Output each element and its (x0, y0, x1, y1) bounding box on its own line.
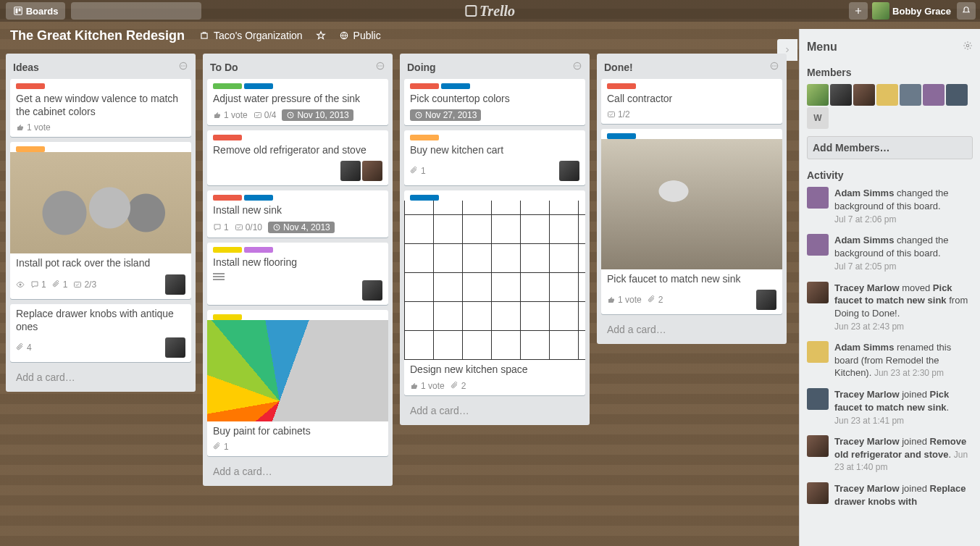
boards-icon (13, 6, 23, 16)
list-menu[interactable] (769, 61, 779, 73)
card-title: Install pot rack over the island (10, 253, 191, 271)
label-orange[interactable] (16, 146, 45, 152)
add-card[interactable]: Add a card… (207, 461, 388, 482)
user-avatar[interactable] (872, 2, 889, 20)
list: To Do Adjust water pressure of the sink … (203, 54, 393, 486)
activity-avatar[interactable] (807, 282, 829, 303)
add-card[interactable]: Add a card… (601, 319, 782, 340)
list-menu[interactable] (572, 61, 582, 73)
label-red[interactable] (213, 195, 242, 201)
star-board[interactable] (316, 30, 326, 41)
card[interactable]: Remove old refrigerator and stove (207, 130, 388, 185)
board-title[interactable]: The Great Kitchen Redesign (10, 28, 185, 43)
add-card[interactable]: Add a card… (10, 367, 191, 387)
card-labels (601, 79, 782, 89)
list-title[interactable]: Done! (604, 62, 769, 73)
trello-logo[interactable]: Trello (465, 3, 515, 20)
member-avatar[interactable] (807, 84, 829, 106)
list-title[interactable]: Ideas (13, 62, 178, 73)
activity-item: Tracey Marlow joined Replace drawer knob… (807, 482, 973, 508)
label-red[interactable] (16, 83, 45, 89)
card[interactable]: Install new sink 10/10Nov 4, 2013 (207, 190, 388, 237)
activity-text: Tracey Marlow joined Pick faucet to matc… (834, 388, 973, 427)
card-badges: 1 vote (10, 119, 191, 137)
search-input[interactable] (71, 2, 201, 20)
label-red[interactable] (410, 83, 439, 89)
member-avatar[interactable] (946, 84, 968, 106)
visibility-button[interactable]: Public (339, 30, 381, 41)
create-button[interactable] (849, 2, 868, 20)
label-orange[interactable] (410, 135, 439, 140)
label-purple[interactable] (244, 247, 273, 253)
card[interactable]: Install new flooring (207, 243, 388, 305)
label-blue[interactable] (244, 83, 273, 89)
sidebar-menu: Menu Members W Add Members… Activity Ada… (799, 29, 980, 546)
card-title: Adjust water pressure of the sink (207, 89, 388, 106)
list-title[interactable]: To Do (210, 62, 375, 73)
card[interactable]: Buy paint for cabinets 1 (207, 310, 388, 456)
label-green[interactable] (213, 83, 242, 89)
list-menu[interactable] (178, 61, 188, 73)
label-red[interactable] (607, 83, 636, 89)
search-field[interactable] (77, 6, 199, 17)
card[interactable]: Pick countertop colors Nov 27, 2013 (404, 79, 585, 125)
user-name[interactable]: Bobby Grace (892, 6, 951, 17)
member-avatar[interactable] (900, 84, 921, 106)
menu-settings[interactable] (963, 41, 973, 54)
card[interactable]: Get a new window valence to match the ca… (10, 79, 191, 137)
member-avatar[interactable] (165, 337, 185, 358)
card-members (340, 161, 382, 181)
card-members (362, 280, 382, 301)
member-avatar[interactable] (559, 161, 579, 181)
activity-avatar[interactable] (807, 482, 829, 504)
member-avatar[interactable] (923, 84, 945, 106)
member-avatar[interactable] (362, 280, 382, 301)
card[interactable]: Buy new kitchen cart 1 (404, 130, 585, 185)
member-avatar[interactable] (876, 84, 898, 106)
card[interactable]: Install pot rack over the island 112/3 (10, 142, 191, 298)
comments-badge: 1 (30, 280, 46, 290)
member-avatar[interactable] (362, 161, 382, 181)
add-members-button[interactable]: Add Members… (807, 136, 973, 159)
boards-button[interactable]: Boards (6, 2, 65, 20)
list-title[interactable]: Doing (407, 62, 572, 73)
notifications-button[interactable] (957, 2, 976, 20)
activity-avatar[interactable] (807, 234, 829, 256)
member-avatar[interactable] (340, 161, 361, 181)
org-name[interactable]: Taco's Organization (199, 30, 303, 41)
list-menu[interactable] (375, 61, 385, 73)
label-blue[interactable] (441, 83, 470, 89)
card[interactable]: Pick faucet to match new sink 1 vote2 (601, 129, 782, 314)
add-card[interactable]: Add a card… (404, 400, 585, 421)
card-badges: 1 (404, 158, 585, 185)
member-avatar[interactable] (830, 84, 852, 106)
label-blue[interactable] (244, 195, 273, 201)
card[interactable]: Adjust water pressure of the sink 1 vote… (207, 79, 388, 125)
label-blue[interactable] (410, 195, 439, 201)
activity-item: Adam Simms changed the background of thi… (807, 187, 973, 225)
label-yellow[interactable] (213, 247, 242, 253)
activity-avatar[interactable] (807, 341, 829, 363)
activity-item: Tracey Marlow moved Pick faucet to match… (807, 282, 973, 333)
card[interactable]: Replace drawer knobs with antique ones 4 (10, 304, 191, 362)
card-title: Buy paint for cabinets (207, 421, 388, 439)
member-avatar-initial[interactable]: W (807, 107, 829, 129)
more-icon (769, 61, 779, 71)
label-red[interactable] (213, 135, 242, 140)
svg-point-28 (774, 65, 774, 66)
card-labels (601, 129, 782, 139)
activity-avatar[interactable] (807, 435, 829, 457)
label-yellow[interactable] (213, 314, 242, 320)
activity-text: Adam Simms changed the background of thi… (834, 187, 973, 225)
card-labels (207, 310, 388, 320)
member-avatar[interactable] (853, 84, 875, 106)
label-blue[interactable] (607, 133, 636, 139)
activity-avatar[interactable] (807, 187, 829, 209)
card[interactable]: Design new kitchen space 1 vote2 (404, 190, 585, 395)
svg-rect-5 (201, 33, 207, 38)
member-avatar[interactable] (756, 290, 776, 310)
member-avatar[interactable] (165, 274, 185, 295)
activity-avatar[interactable] (807, 388, 829, 410)
card[interactable]: Call contractor 1/2 (601, 79, 782, 124)
list-header: Ideas (10, 58, 191, 79)
